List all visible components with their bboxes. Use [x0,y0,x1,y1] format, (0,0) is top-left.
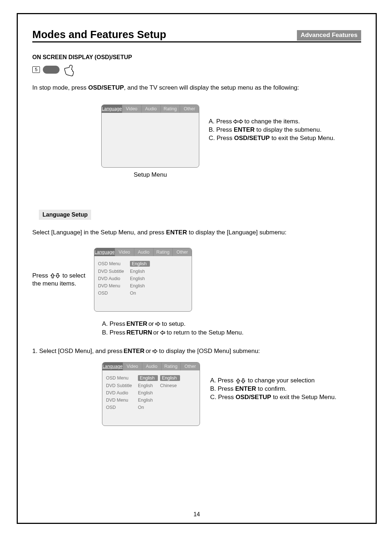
below-b: B. Press RETURN or to return to the Setu… [102,328,361,337]
tab-other-3: Other [181,362,200,370]
language-setup-heading: Language Setup [39,210,91,220]
row-v: English [130,283,150,288]
setup-tabs: Language Video Audio Rating Other [102,105,199,113]
remote-icons: 5 [32,63,361,77]
row-v: On [138,405,158,410]
menu-row: DVD SubtitleEnglishChinese [106,382,196,389]
up-down-arrow-icon [235,378,246,384]
lang-menu-body: OSD MenuEnglish DVD SubtitleEnglish DVD … [94,256,192,300]
menu-row: OSD MenuEnglish [98,260,188,268]
tab-rating-2: Rating [154,248,173,256]
instr3-c: C. Press OSD/SETUP to exit the Setup Men… [210,393,336,402]
row-k: OSD Menu [98,261,128,266]
tab-video: Video [122,105,142,113]
instr1-a: A. Press to change the items. [209,118,335,126]
menu-row: DVD AudioEnglish [106,389,196,397]
pointing-hand-icon [61,61,78,78]
s1-mid: or [146,348,151,355]
row-k: DVD Audio [98,276,128,281]
header-rule [32,41,361,42]
lang-select-1: Select [Language] in the Setup Menu, and… [32,229,166,236]
osd-heading: ON SCREEN DISPLAY (OSD)/SETUP [32,54,361,61]
s1-bold: ENTER [124,348,145,355]
ba-bold: ENTER [126,320,147,328]
osd-menu-body: OSD MenuEnglishEnglish DVD SubtitleEngli… [102,370,200,415]
instr-col-1: A. Press to change the items. B. Press E… [209,118,335,143]
setup-menu-screen: Language Video Audio Rating Other [101,104,199,168]
row-k: OSD Menu [106,376,136,381]
osd-menu-screen: Language Video Audio Rating Other OSD Me… [102,362,200,426]
tab-video-2: Video [115,248,134,256]
section-badge: Advanced Features [297,30,361,41]
row-v: English [130,276,150,281]
lang-select-text: Select [Language] in the Setup Menu, and… [32,229,361,237]
row-v: English [138,375,158,381]
instr1-b-post: to display the submenu. [255,126,322,133]
right-arrow-icon [155,321,161,327]
bb-pre: B. Press [102,328,125,337]
i3b-bold: ENTER [235,385,256,392]
menu-row: OSD MenuEnglishEnglish [106,374,196,382]
header-row: Modes and Features Setup Advanced Featur… [32,29,361,41]
instr1-c: C. Press OSD/SETUP to exit the Setup Men… [209,134,335,143]
bb-mid: or [153,328,159,337]
setup-block-2: Press to select the menu items. Language… [32,248,361,312]
tab-audio: Audio [142,105,161,113]
intro-text: In stop mode, press OSD/SETUP, and the T… [32,84,361,92]
menu-row: DVD MenuEnglish [106,397,196,404]
left-note: Press to select the menu items. [32,272,94,288]
tab-audio-3: Audio [142,362,162,370]
lang-select-bold: ENTER [166,229,187,236]
step-number: 5 [32,66,40,73]
menu-row: OSDOn [106,404,196,411]
setup-block-1: Language Video Audio Rating Other Setup … [101,104,361,178]
intro-1: In stop mode, press [32,84,88,91]
i3c-post: to exit the Setup Menu. [271,394,336,401]
setup-block-3: Language Video Audio Rating Other OSD Me… [102,362,361,426]
i3a-pre: A. Press [210,377,235,384]
instr1-b-bold: ENTER [234,126,255,133]
row-v: English [138,383,158,388]
ba-mid: or [148,320,154,328]
page-frame: Modes and Features Setup Advanced Featur… [17,13,377,524]
i3c-bold: OSD/SETUP [236,394,271,401]
tab-language-3: Language [102,362,123,370]
instr1-c-pre: C. Press [209,135,234,141]
tab-language: Language [102,105,122,113]
instr3-b: B. Press ENTER to confirm. [210,385,336,393]
ba-pre: A. Press [102,320,125,328]
below-a: A. Press ENTER or to setup. [102,320,361,328]
s1-pre: 1. Select [OSD Menu], and press [32,348,123,355]
instr1-a-post: to change the items. [244,118,300,126]
row-v2: Chinese [160,383,180,388]
i3a-post: to change your selection [248,377,315,384]
row-k: DVD Subtitle [98,269,128,274]
tab-video-3: Video [123,362,142,370]
lang-select-2: to display the [Language] submenu: [187,229,286,236]
i3c-pre: C. Press [210,394,236,401]
instr1-a-pre: A. Press [209,118,232,126]
left-note-pre: Press [32,272,50,279]
intro-2: , and the TV screen will display the set… [124,84,299,91]
row-k: OSD [98,291,128,296]
instr3-a: A. Press to change your selection [210,377,336,385]
tab-audio-2: Audio [134,248,154,256]
row-v: English [138,390,158,395]
instr-col-3: A. Press to change your selection B. Pre… [210,377,336,402]
row-k: DVD Menu [98,283,128,288]
instr1-c-bold: OSD/SETUP [234,135,270,141]
tab-rating-3: Rating [162,362,181,370]
row-v: On [130,291,150,296]
menu-row: OSDOn [98,290,188,297]
i3b-post: to confirm. [256,385,287,392]
ba-post: to setup. [162,320,185,328]
row-v: English [138,398,158,403]
intro-bold: OSD/SETUP [88,84,124,91]
instr1-b: B. Press ENTER to display the submenu. [209,126,335,134]
row-k: DVD Audio [106,390,136,395]
s1-post: to display the [OSD Menu] submenu: [159,348,260,355]
i3b-pre: B. Press [210,385,235,392]
tab-rating: Rating [161,105,180,113]
lang-tabs: Language Video Audio Rating Other [94,248,192,256]
instr1-c-post: to exit the Setup Menu. [270,135,335,141]
